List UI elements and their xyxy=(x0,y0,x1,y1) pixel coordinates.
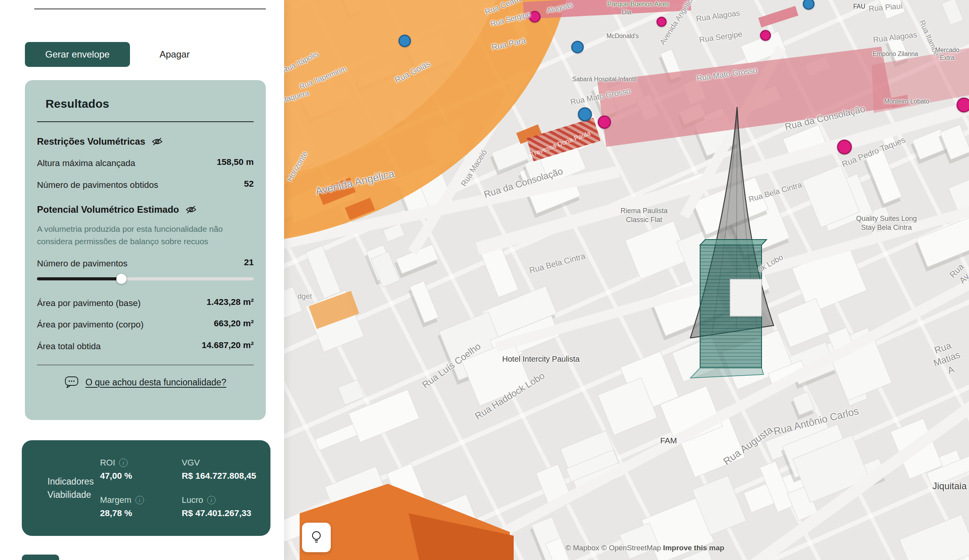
map-label: FAM xyxy=(660,436,677,446)
generate-envelope-button[interactable]: Gerar envelope xyxy=(25,42,130,67)
result-value: 52 xyxy=(244,179,254,189)
metric-name: Margem xyxy=(100,495,132,505)
result-label: Área por pavimento (base) xyxy=(37,297,140,310)
map-label: Quality Suites Long Stay Bela Cintra xyxy=(856,214,917,232)
partially-visible-button[interactable] xyxy=(22,555,59,560)
slider-thumb[interactable] xyxy=(116,274,126,284)
chat-bubble-icon xyxy=(65,376,79,388)
metric-vgv: VGV R$ 164.727.808,45 xyxy=(182,458,291,481)
map-label: ck Lobo xyxy=(756,252,785,275)
metric-value: 28,78 % xyxy=(100,508,182,518)
improve-map-link[interactable]: Improve this map xyxy=(663,544,724,552)
section-divider xyxy=(34,9,266,9)
metric-name: VGV xyxy=(182,458,200,468)
map-label: Avenida Angélica xyxy=(314,167,396,198)
slider-label: Número de pavimentos xyxy=(37,257,128,270)
info-icon[interactable]: i xyxy=(119,458,128,467)
map-label: Hotel Intercity Paulista xyxy=(502,354,580,364)
metric-value: 47,00 % xyxy=(100,471,182,481)
slider-value: 21 xyxy=(244,257,254,268)
metrics-grid: ROIi 47,00 % VGV R$ 164.727.808,45 Marge… xyxy=(100,458,291,518)
indicators-label-line1: Indicadores xyxy=(47,475,94,488)
map-label: Rua Bela Cintra xyxy=(528,251,586,276)
map-label: McDonald's xyxy=(606,32,639,40)
result-row: Área por pavimento (corpo) 663,20 m² xyxy=(37,318,254,331)
mapbox-attribution-link[interactable]: © Mapbox xyxy=(565,544,599,552)
map-attribution: © Mapbox © OpenStreetMap Improve this ma… xyxy=(565,544,724,552)
result-row: Número de pavimentos obtidos 52 xyxy=(37,179,254,191)
map-label: Parque Buenos Aires xyxy=(607,0,669,8)
slider-label-row: Número de pavimentos 21 xyxy=(37,257,254,270)
map-label: Rua Goiás xyxy=(393,59,432,85)
action-buttons: Gerar envelope Apagar xyxy=(25,42,192,67)
map-label: Rua Itapemirim xyxy=(298,64,348,91)
result-label: Área por pavimento (corpo) xyxy=(37,318,144,331)
map-label: Rua Piauí xyxy=(868,1,903,14)
map-label: Rua Maceió xyxy=(459,148,489,188)
map-label: Jiquitaia xyxy=(932,480,967,492)
toggle-visibility-button[interactable] xyxy=(185,205,197,214)
result-row: Área por pavimento (base) 1.423,28 m² xyxy=(37,297,254,310)
map-label: Rua Luís Coelho xyxy=(420,340,483,390)
potential-note: A volumetria produzida por esta funciona… xyxy=(37,223,239,247)
map-label: Empório Zilanna xyxy=(873,50,918,58)
metric-lucro: Lucroi R$ 47.401.267,33 xyxy=(182,495,291,518)
section-title: Potencial Volumétrico Estimado xyxy=(37,204,179,215)
map-label: Rua Mato Grosso xyxy=(570,86,632,107)
divider xyxy=(37,121,254,122)
map-label: Rua Haddock Lobo xyxy=(473,370,547,422)
floors-slider[interactable] xyxy=(37,274,254,284)
toggle-visibility-button[interactable] xyxy=(151,137,163,146)
section-title: Restrições Volumétricas xyxy=(37,136,145,147)
result-value: 14.687,20 m² xyxy=(202,340,254,350)
result-value: 663,20 m² xyxy=(214,318,254,329)
indicators-label-line2: Viabilidade xyxy=(47,488,94,502)
results-title: Resultados xyxy=(46,97,254,110)
map-label: Rua Pedro Taques xyxy=(841,135,907,169)
map-label: Riema Paulista Classic Flat xyxy=(620,206,667,224)
metric-margem: Margemi 28,78 % xyxy=(100,495,182,518)
feedback-row: O que achou desta funcionalidade? xyxy=(37,365,254,388)
result-value: 158,50 m xyxy=(217,157,254,167)
result-value: 1.423,28 m² xyxy=(207,297,254,307)
map-label: Rua Antônio Carlos xyxy=(772,404,860,438)
metric-name: ROI xyxy=(100,458,115,468)
map-label: Rua Pará xyxy=(491,35,527,52)
map-label: Rua Itápolis xyxy=(281,49,320,75)
result-label: Número de pavimentos obtidos xyxy=(37,179,158,191)
result-row: Área total obtida 14.687,20 m² xyxy=(37,340,254,353)
info-icon[interactable]: i xyxy=(207,496,216,504)
slider-fill xyxy=(37,277,121,280)
visibility-off-icon xyxy=(151,137,163,146)
tips-lightbulb-button[interactable] xyxy=(302,523,331,552)
result-row: Altura máxima alcançada 158,50 m xyxy=(37,157,254,170)
result-label: Área total obtida xyxy=(37,340,101,353)
visibility-off-icon xyxy=(185,205,197,214)
map-label: Rua Alagoas xyxy=(872,30,918,45)
volumetric-restrictions-header: Restrições Volumétricas xyxy=(37,136,254,147)
map-label: Sabará Hospital Infantil xyxy=(572,75,636,83)
map-label: Monteiro Lobato xyxy=(884,98,929,105)
metric-value: R$ 47.401.267,33 xyxy=(182,508,291,518)
map-label: Rua Augusta xyxy=(721,424,775,468)
volumetric-potential-header: Potencial Volumétrico Estimado xyxy=(37,204,254,215)
clear-button[interactable]: Apagar xyxy=(157,49,192,60)
map-label: Rua Sergipe xyxy=(699,29,743,45)
metric-name: Lucro xyxy=(182,495,203,505)
results-panel: Resultados Restrições Volumétricas Altur… xyxy=(25,80,266,420)
map-label: Rua da Consolação xyxy=(483,165,564,200)
info-icon[interactable]: i xyxy=(135,496,144,504)
map-label: Rua da Consolação xyxy=(784,103,866,133)
osm-attribution-link[interactable]: © OpenStreetMap xyxy=(601,544,661,552)
map-label: Dia xyxy=(622,9,631,16)
map-label: Rua Matias A xyxy=(928,338,965,380)
feedback-link[interactable]: O que achou desta funcionalidade? xyxy=(86,377,226,388)
map-label: Rua Alagoas xyxy=(695,8,741,24)
map-label: Horizonte xyxy=(285,150,310,184)
map-label: Alagoas xyxy=(546,0,574,16)
result-label: Altura máxima alcançada xyxy=(37,157,135,170)
metric-value: R$ 164.727.808,45 xyxy=(182,471,291,481)
map-label: Travessa Dona Paula xyxy=(529,129,592,159)
map-label: Mercado Extra xyxy=(935,46,959,62)
lightbulb-icon xyxy=(310,530,323,545)
